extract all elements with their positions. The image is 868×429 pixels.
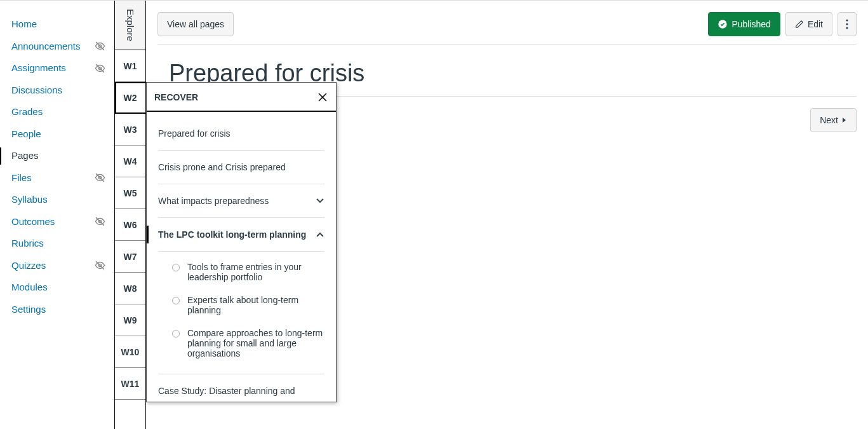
module-dropdown-panel: RECOVER Prepared for crisis Crisis prone… (146, 82, 337, 402)
dropdown-item-label: The LPC toolkit long-term planning (158, 229, 306, 240)
dropdown-item-lpc-toolkit[interactable]: The LPC toolkit long-term planning (158, 218, 324, 252)
next-button[interactable]: Next (810, 108, 857, 132)
nav-settings[interactable]: Settings (11, 299, 105, 321)
dropdown-item-label: What impacts preparedness (158, 196, 269, 206)
hidden-icon (95, 216, 105, 227)
week-w4[interactable]: W4 (115, 146, 145, 177)
kebab-icon (846, 19, 848, 29)
dropdown-title: RECOVER (154, 92, 198, 102)
nav-home[interactable]: Home (11, 13, 105, 36)
week-w6[interactable]: W6 (115, 209, 145, 241)
week-w9[interactable]: W9 (115, 304, 145, 336)
hidden-icon (95, 260, 105, 271)
weeks-rail: Explore W1 W2 W3 W4 W5 W6 W7 W8 W9 W10 W… (114, 1, 146, 429)
dropdown-sub-label: Compare approaches to long-term planning… (187, 328, 324, 358)
svg-point-12 (846, 23, 848, 25)
svg-point-13 (846, 27, 848, 29)
svg-point-11 (846, 19, 848, 21)
hidden-icon (95, 172, 105, 183)
close-icon (318, 93, 327, 102)
dropdown-header: RECOVER (147, 83, 336, 112)
week-w5[interactable]: W5 (115, 177, 145, 209)
dropdown-sub-experts[interactable]: Experts talk about long-term planning (172, 289, 324, 322)
radio-icon (172, 297, 180, 304)
edit-label: Edit (808, 19, 823, 29)
week-w3[interactable]: W3 (115, 114, 145, 146)
course-nav: Home Announcements Assignments Discussio… (0, 1, 114, 429)
nav-quizzes[interactable]: Quizzes (11, 255, 95, 277)
nav-grades[interactable]: Grades (11, 101, 105, 123)
edit-button[interactable]: Edit (785, 12, 832, 36)
dropdown-sub-tools[interactable]: Tools to frame entries in your leadershi… (172, 255, 324, 289)
week-w1[interactable]: W1 (115, 50, 145, 82)
week-w10[interactable]: W10 (115, 336, 145, 368)
week-w11[interactable]: W11 (115, 368, 145, 400)
dropdown-body: Prepared for crisis Crisis prone and Cri… (147, 112, 336, 402)
nav-rubrics[interactable]: Rubrics (11, 233, 105, 255)
nav-discussions[interactable]: Discussions (11, 79, 105, 102)
dropdown-sub-label: Experts talk about long-term planning (187, 295, 324, 315)
dropdown-item-label: Prepared for crisis (158, 128, 230, 139)
dropdown-sub-label: Tools to frame entries in your leadershi… (187, 262, 324, 282)
hidden-icon (95, 63, 105, 74)
nav-pages[interactable]: Pages (11, 145, 105, 167)
more-options-button[interactable] (838, 12, 857, 36)
pencil-icon (795, 20, 804, 29)
dropdown-subsection: Tools to frame entries in your leadershi… (158, 252, 324, 374)
published-button[interactable]: Published (708, 12, 780, 36)
close-button[interactable] (317, 92, 328, 103)
dropdown-item-crisis-prone[interactable]: Crisis prone and Crisis prepared (158, 151, 324, 184)
dropdown-sub-compare[interactable]: Compare approaches to long-term planning… (172, 322, 324, 365)
week-w7[interactable]: W7 (115, 241, 145, 273)
weeks-explore-button[interactable]: Explore (115, 1, 145, 50)
chevron-up-icon (316, 230, 324, 239)
dropdown-item-impacts[interactable]: What impacts preparedness (158, 184, 324, 218)
week-w2[interactable]: W2 (115, 82, 145, 114)
dropdown-item-prepared[interactable]: Prepared for crisis (158, 117, 324, 151)
nav-files[interactable]: Files (11, 167, 95, 189)
toolbar: View all pages Published Edit (157, 12, 857, 44)
nav-assignments[interactable]: Assignments (11, 57, 95, 79)
radio-icon (172, 264, 180, 271)
radio-icon (172, 330, 180, 337)
published-label: Published (731, 19, 771, 29)
chevron-down-icon (316, 196, 324, 205)
chevron-right-icon (842, 117, 847, 123)
dropdown-item-label: Crisis prone and Crisis prepared (158, 162, 286, 172)
nav-modules[interactable]: Modules (11, 276, 105, 299)
dropdown-item-case-study[interactable]: Case Study: Disaster planning and (158, 374, 324, 402)
hidden-icon (95, 41, 105, 51)
week-w8[interactable]: W8 (115, 273, 145, 304)
next-label: Next (820, 115, 838, 125)
view-all-pages-button[interactable]: View all pages (157, 12, 234, 36)
check-circle-icon (718, 19, 728, 29)
nav-syllabus[interactable]: Syllabus (11, 189, 105, 211)
nav-outcomes[interactable]: Outcomes (11, 211, 95, 233)
nav-announcements[interactable]: Announcements (11, 36, 95, 58)
nav-people[interactable]: People (11, 123, 105, 146)
dropdown-item-label: Case Study: Disaster planning and (158, 386, 295, 396)
